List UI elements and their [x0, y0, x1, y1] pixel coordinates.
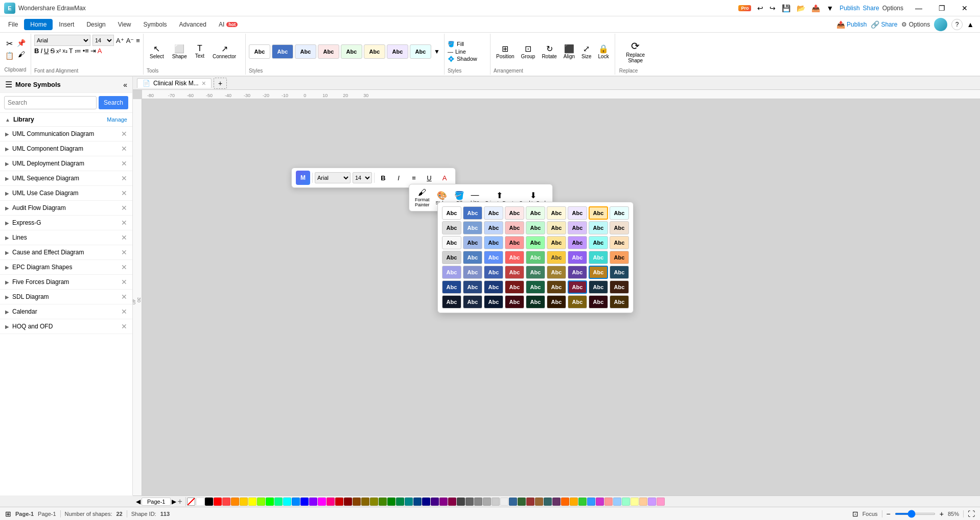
color-swatch-11[interactable]	[292, 498, 300, 506]
close-epc[interactable]: ✕	[121, 263, 127, 271]
abc-style-4[interactable]: Abc	[318, 44, 339, 59]
canvas-tab[interactable]: 📄 Clinical Risk M... ×	[137, 78, 212, 88]
bullet-btn[interactable]: •≡	[83, 47, 89, 55]
color-swatch-26[interactable]	[422, 498, 430, 506]
menu-ai[interactable]: AI hot	[213, 19, 244, 30]
abc-cell-4-9[interactable]: Abc	[610, 251, 629, 264]
font-size-select[interactable]: 14	[92, 35, 114, 46]
abc-cell-5-5[interactable]: Abc	[526, 266, 545, 279]
abc-cell-3-8[interactable]: Abc	[589, 236, 608, 249]
color-swatch-52[interactable]	[648, 498, 656, 506]
close-btn[interactable]: ✕	[953, 1, 976, 15]
color-swatch-7[interactable]	[257, 498, 265, 506]
abc-cell-6-2[interactable]: Abc	[463, 280, 482, 294]
abc-cell-5-8[interactable]: Abc	[589, 266, 608, 279]
color-swatch-28[interactable]	[439, 498, 448, 506]
text-btn2[interactable]: T	[69, 47, 73, 55]
ctx-bold-btn[interactable]: B	[377, 171, 390, 184]
ctx-underline-btn[interactable]: U	[423, 171, 436, 184]
search-btn[interactable]: Search	[99, 96, 128, 109]
library-item-hoq[interactable]: ▶ HOQ and OFD ✕	[0, 319, 132, 334]
abc-cell-2-2[interactable]: Abc	[463, 221, 482, 234]
align-main-btn[interactable]: ⬛ Align	[561, 42, 577, 61]
library-item-sdl[interactable]: ▶ SDL Diagram ✕	[0, 290, 132, 304]
color-swatch-42[interactable]	[561, 498, 569, 506]
user-avatar[interactable]	[934, 18, 947, 31]
close-uml-use[interactable]: ✕	[121, 189, 127, 197]
abc-cell-4-2[interactable]: Abc	[463, 251, 482, 264]
minimize-btn[interactable]: —	[907, 1, 930, 15]
abc-cell-4-7[interactable]: Abc	[568, 251, 587, 264]
abc-cell-2-8[interactable]: Abc	[589, 221, 608, 234]
color-swatch-37[interactable]	[518, 498, 526, 506]
library-item-five[interactable]: ▶ Five Forces Diagram ✕	[0, 275, 132, 290]
abc-cell-3-7[interactable]: Abc	[568, 236, 587, 249]
library-item-uml-comp[interactable]: ▶ UML Component Diagram ✕	[0, 141, 132, 156]
abc-cell-7-9[interactable]: Abc	[610, 295, 629, 309]
color-swatch-27[interactable]	[431, 498, 439, 506]
abc-cell-2-3[interactable]: Abc	[484, 221, 503, 234]
close-express[interactable]: ✕	[121, 219, 127, 227]
color-swatch-1[interactable]	[205, 498, 213, 506]
abc-cell-5-9[interactable]: Abc	[610, 266, 629, 279]
edraw-ai-mini[interactable]: M	[296, 171, 310, 185]
abc-cell-7-2[interactable]: Abc	[463, 295, 482, 309]
color-swatch-32[interactable]	[474, 498, 482, 506]
close-lines[interactable]: ✕	[121, 233, 127, 242]
line-btn[interactable]: — Line	[448, 49, 487, 55]
color-swatch-39[interactable]	[535, 498, 543, 506]
select-btn[interactable]: ↖ Select	[147, 42, 167, 61]
abc-cell-6-4[interactable]: Abc	[505, 280, 524, 294]
abc-cell-1-2[interactable]: Abc	[463, 206, 482, 220]
copy-btn[interactable]: 📋	[4, 51, 15, 61]
cut-btn[interactable]: ✂	[4, 38, 15, 50]
abc-cell-2-9[interactable]: Abc	[610, 221, 629, 234]
color-swatch-46[interactable]	[596, 498, 604, 506]
open-btn[interactable]: 📂	[795, 3, 807, 13]
ctx-italic-btn[interactable]: I	[392, 171, 405, 184]
abc-cell-4-4[interactable]: Abc	[505, 251, 524, 264]
color-swatch-6[interactable]	[248, 498, 256, 506]
menu-file[interactable]: File	[2, 19, 24, 30]
color-swatch-21[interactable]	[379, 498, 387, 506]
menu-home[interactable]: Home	[24, 19, 53, 30]
menu-design[interactable]: Design	[80, 19, 111, 30]
share-btn[interactable]: Share	[863, 5, 879, 12]
abc-cell-3-5[interactable]: Abc	[526, 236, 545, 249]
abc-cell-5-1[interactable]: Abc	[442, 266, 461, 279]
options-btn-2[interactable]: ⚙ Options	[901, 21, 930, 28]
color-swatch-44[interactable]	[578, 498, 587, 506]
abc-cell-1-9[interactable]: Abc	[610, 206, 629, 220]
library-item-uml-use[interactable]: ▶ UML Use Case Diagram ✕	[0, 186, 132, 201]
color-swatch-24[interactable]	[405, 498, 413, 506]
color-swatch-5[interactable]	[240, 498, 248, 506]
color-swatch-9[interactable]	[274, 498, 283, 506]
abc-cell-7-6[interactable]: Abc	[547, 295, 566, 309]
color-swatch-3[interactable]	[222, 498, 230, 506]
abc-cell-2-1[interactable]: Abc	[442, 221, 461, 234]
color-swatch-50[interactable]	[631, 498, 639, 506]
color-swatch-22[interactable]	[387, 498, 395, 506]
search-input[interactable]	[4, 96, 97, 109]
rotate-btn[interactable]: ↻ Rotate	[539, 42, 559, 61]
color-swatch-35[interactable]	[500, 498, 508, 506]
abc-style-5[interactable]: Abc	[341, 44, 362, 59]
color-swatch-23[interactable]	[396, 498, 404, 506]
abc-cell-2-4[interactable]: Abc	[505, 221, 524, 234]
color-swatch-12[interactable]	[300, 498, 309, 506]
color-swatch-29[interactable]	[448, 498, 456, 506]
abc-cell-3-9[interactable]: Abc	[610, 236, 629, 249]
close-uml-seq[interactable]: ✕	[121, 174, 127, 182]
publish-btn-2[interactable]: 📤 Publish	[836, 20, 867, 29]
increase-font-btn[interactable]: A⁺	[116, 37, 124, 44]
undo-btn[interactable]: ↩	[755, 3, 765, 13]
abc-cell-2-7[interactable]: Abc	[568, 221, 587, 234]
abc-style-1[interactable]: Abc	[249, 44, 270, 59]
more-btn[interactable]: ▼	[824, 3, 835, 13]
redo-btn[interactable]: ↪	[767, 3, 778, 13]
close-calendar[interactable]: ✕	[121, 308, 127, 316]
abc-style-8[interactable]: Abc	[410, 44, 431, 59]
color-swatch-0[interactable]	[196, 498, 204, 506]
ctx-font-select[interactable]: Arial	[315, 172, 351, 183]
color-swatch-17[interactable]	[344, 498, 352, 506]
